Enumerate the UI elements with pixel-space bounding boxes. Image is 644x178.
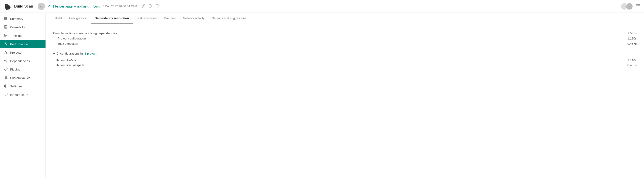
app-logo: Build Scan: [4, 2, 33, 10]
tab-configuration[interactable]: Configuration: [66, 13, 91, 24]
avatar-2: [626, 3, 633, 10]
tab-network-activity[interactable]: Network activity: [179, 13, 208, 24]
topbar-right: [621, 3, 640, 10]
project-config-row: Project configuration 1.110s: [53, 36, 637, 41]
svg-line-26: [5, 61, 6, 62]
main-content: Build Configuration Dependency resolutio…: [46, 13, 644, 178]
sidebar-item-timeline[interactable]: Timeline: [0, 31, 46, 40]
config-row-0: :lib:compileOnly 1.110s: [53, 58, 637, 63]
tab-settings-and-suggestions[interactable]: Settings and suggestions: [208, 13, 250, 24]
sidebar-label-summary: Summary: [10, 17, 23, 20]
user-avatar: g: [38, 3, 45, 10]
project-config-value: 1.110s: [618, 37, 637, 40]
branch-name[interactable]: 19-investigate-what-has-t...: [52, 4, 91, 8]
svg-point-23: [6, 59, 7, 60]
svg-point-20: [6, 53, 7, 54]
config-value-0: 1.110s: [618, 59, 637, 62]
menu-icon[interactable]: [636, 3, 640, 9]
svg-point-19: [4, 53, 5, 54]
sidebar-item-plugins[interactable]: Plugins: [0, 65, 46, 74]
svg-point-34: [5, 86, 6, 87]
app-title: Build Scan: [14, 4, 33, 8]
sidebar-item-console-log[interactable]: Console log: [0, 23, 46, 31]
sidebar-label-custom-values: Custom values: [10, 76, 30, 80]
timeline-icon: [4, 34, 8, 38]
svg-line-21: [4, 52, 6, 53]
tab-task-execution[interactable]: Task execution: [133, 13, 160, 24]
config-value-1: 0.457s: [618, 63, 637, 67]
plugins-icon: [4, 67, 8, 72]
custom-values-icon: [4, 76, 8, 80]
sidebar-item-custom-values[interactable]: Custom values: [0, 74, 46, 82]
sidebar: Summary Console log Timeline Performance…: [0, 13, 46, 178]
build-date: 5 Dec 2017 20:30:54 GMT: [102, 4, 138, 8]
task-execution-row: Task execution 0.457s: [53, 41, 637, 46]
configurations-section: ≡ 2 configurations in 1 project :lib:com…: [53, 52, 637, 68]
sidebar-item-infrastructure[interactable]: Infrastructure: [0, 90, 46, 99]
summary-icon: [4, 17, 8, 21]
svg-point-25: [6, 61, 7, 62]
project-link[interactable]: 1 project: [84, 52, 96, 55]
config-row-1: :lib:compileClasspath 0.457s: [53, 63, 637, 68]
task-execution-value: 0.457s: [618, 42, 637, 45]
content-area: Cumulative time spent resolving dependen…: [46, 24, 644, 80]
svg-point-18: [5, 51, 6, 52]
configurations-header: ≡ 2 configurations in 1 project: [53, 52, 637, 55]
link-icon[interactable]: [142, 4, 145, 9]
sidebar-label-dependencies: Dependencies: [10, 59, 30, 63]
sidebar-item-performance[interactable]: Performance: [0, 40, 46, 48]
cumulative-value: 1.567s: [618, 31, 637, 35]
configurations-count-icon: ≡: [53, 52, 55, 55]
project-config-label: Project configuration: [53, 37, 618, 40]
svg-rect-3: [6, 9, 7, 10]
svg-line-22: [6, 52, 7, 53]
sidebar-label-performance: Performance: [10, 42, 28, 46]
tab-build[interactable]: Build: [51, 13, 66, 24]
svg-point-5: [5, 4, 6, 6]
svg-line-27: [5, 60, 6, 61]
status-check-icon: ✓: [47, 4, 50, 8]
performance-icon: [4, 42, 8, 46]
sidebar-label-infrastructure: Infrastructure: [10, 93, 28, 96]
console-log-icon: [4, 25, 8, 29]
topbar: Build Scan g ✓ 19-investigate-what-has-t…: [0, 0, 644, 13]
infrastructure-icon: [4, 93, 8, 97]
cumulative-row: Cumulative time spent resolving dependen…: [53, 31, 637, 36]
projects-icon: [4, 50, 8, 55]
user-avatars: [621, 3, 633, 10]
app-body: Summary Console log Timeline Performance…: [0, 13, 644, 178]
sidebar-item-projects[interactable]: Projects: [0, 48, 46, 57]
switches-icon: [4, 84, 8, 89]
history-icon[interactable]: [148, 4, 152, 9]
config-name-1: :lib:compileClasspath: [53, 63, 618, 67]
configurations-count: 2: [57, 52, 58, 55]
config-name-0: :lib:compileOnly: [53, 59, 618, 62]
elephant-icon: [4, 2, 12, 10]
build-tag[interactable]: build: [94, 4, 100, 8]
sidebar-label-switches: Switches: [10, 85, 22, 88]
svg-rect-36: [4, 93, 7, 95]
svg-rect-4: [8, 9, 8, 10]
dependencies-icon: [4, 59, 8, 63]
shield-icon[interactable]: [155, 4, 159, 9]
sidebar-label-console-log: Console log: [10, 26, 26, 29]
sidebar-label-projects: Projects: [10, 51, 21, 54]
cumulative-section: Cumulative time spent resolving dependen…: [53, 31, 637, 46]
svg-point-24: [4, 60, 5, 61]
tab-dependency-resolution[interactable]: Dependency resolution: [91, 13, 132, 24]
sidebar-label-timeline: Timeline: [10, 34, 22, 37]
tab-bar: Build Configuration Dependency resolutio…: [46, 13, 644, 24]
task-execution-label: Task execution: [53, 42, 618, 45]
topbar-build-info: g ✓ 19-investigate-what-has-t... build 5…: [38, 3, 621, 10]
sidebar-item-summary[interactable]: Summary: [0, 15, 46, 23]
configurations-text: configurations in: [60, 52, 82, 55]
sidebar-item-switches[interactable]: Switches: [0, 82, 46, 90]
svg-point-35: [4, 85, 7, 88]
tab-daemon[interactable]: Daemon: [160, 13, 179, 24]
sidebar-item-dependencies[interactable]: Dependencies: [0, 57, 46, 65]
cumulative-label: Cumulative time spent resolving dependen…: [53, 31, 618, 35]
topbar-action-icons: [142, 4, 159, 9]
sidebar-label-plugins: Plugins: [10, 68, 20, 71]
